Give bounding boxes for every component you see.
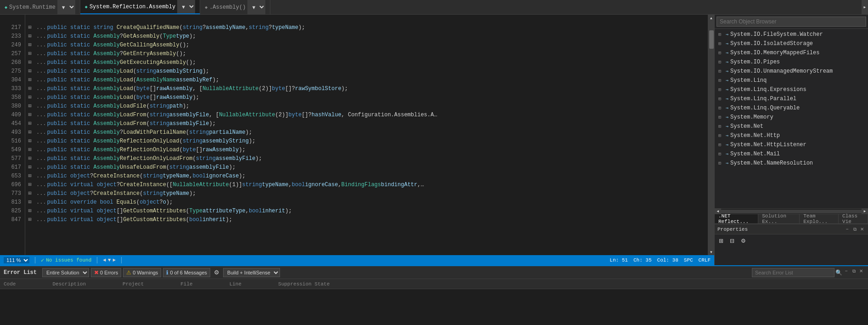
tab-class-view[interactable]: Class Vie (839, 214, 868, 223)
scroll-up-btn[interactable]: ▲ (708, 15, 715, 21)
properties-toolbar: ⊞ ⊟ ⚙ (715, 234, 868, 247)
expand-btn-5[interactable]: ⊞ (25, 58, 34, 67)
tree-item-pipes[interactable]: ⊞ ⇒ System.IO.Pipes (715, 57, 868, 67)
expand-btn-22[interactable]: ⊞ (25, 207, 34, 216)
expand-btn-13[interactable]: ⊞ (25, 128, 34, 137)
expand-btn-0 (25, 15, 34, 23)
tree-item-net-http-listener[interactable]: ⊞ ⇒ System.Net.HttpListener (715, 140, 868, 149)
build-filter-select[interactable]: Build + IntelliSense (223, 268, 280, 277)
expand-btn-21[interactable]: ⊞ (25, 198, 34, 207)
expand-btn-7[interactable]: ⊞ (25, 76, 34, 85)
line-number: Ln: 51 (610, 257, 628, 263)
expand-btn-4[interactable]: ⊞ (25, 50, 34, 58)
tab-team-explo[interactable]: Team Explo... (800, 214, 839, 223)
error-minimize-btn[interactable]: − (843, 268, 850, 274)
tree-item-linq-queryable[interactable]: ⊞ ⇒ System.Linq.Queryable (715, 103, 868, 113)
solution-filter-select[interactable]: Entire Solution (42, 268, 89, 277)
arrow-icon: ⇒ (726, 142, 728, 148)
messages-btn[interactable]: ℹ 0 of 6 Messages (163, 268, 210, 277)
expand-btn-14[interactable]: ⊞ (25, 137, 34, 146)
tab-method[interactable]: ◆ .Assembly() ▼ (200, 0, 270, 14)
expand-btn-6[interactable]: ⊞ (25, 67, 34, 76)
main-area: 217 233 249 257 268 275 304 333 358 380 … (0, 15, 868, 265)
scroll-down-btn[interactable]: ▼ (708, 249, 715, 255)
nav-right-icon[interactable]: ► (112, 257, 116, 263)
tree-item-net-http[interactable]: ⊞ ⇒ System.Net.Http (715, 131, 868, 140)
tree-item-filesystem-watcher[interactable]: ⊞ ⇒ System.IO.FileSystem.Watcher (715, 30, 868, 39)
line-numbers: 217 233 249 257 268 275 304 333 358 380 … (0, 15, 25, 255)
error-float-btn[interactable]: ⧉ (851, 268, 857, 274)
vertical-scrollbar[interactable]: ▲ ▼ (708, 15, 714, 255)
filter-btn[interactable]: ⚙ (212, 268, 221, 277)
tree-item-net[interactable]: ⊞ ⇒ System.Net (715, 122, 868, 131)
expand-btn-11[interactable]: ⊞ (25, 111, 34, 120)
code-editor[interactable]: ...public static string CreateQualifiedN… (34, 15, 708, 255)
expand-btn-19[interactable]: ⊞ (25, 181, 34, 189)
tab-assembly[interactable]: ◆ System.Reflection.Assembly ▼ (80, 0, 200, 14)
runtime-tab-dropdown[interactable]: ▼ (57, 0, 75, 14)
warnings-btn[interactable]: ⚠ 0 Warnings (123, 268, 161, 277)
method-tab-dropdown[interactable]: ▼ (247, 0, 265, 14)
hscroll-track[interactable] (721, 210, 862, 213)
expand-icon: ⊞ (718, 151, 724, 157)
nav-arrows[interactable]: ◄ ▼ ► (103, 257, 116, 263)
runtime-icon: ◆ (5, 5, 7, 10)
tree-item-memory[interactable]: ⊞ ⇒ System.Memory (715, 113, 868, 122)
prop-alpha-btn[interactable]: ⊟ (728, 236, 737, 245)
tree-item-linq-parallel[interactable]: ⊞ ⇒ System.Linq.Parallel (715, 94, 868, 103)
code-container: 217 233 249 257 268 275 304 333 358 380 … (0, 15, 714, 255)
error-search-btn[interactable]: 🔍 (835, 268, 842, 277)
expand-btn-18[interactable]: ⊞ (25, 172, 34, 181)
error-close-btn[interactable]: ✕ (858, 268, 864, 274)
warnings-label: 0 Warnings (133, 270, 158, 275)
nav-down-icon[interactable]: ▼ (108, 257, 111, 263)
tree-item-isolated-storage[interactable]: ⊞ ⇒ System.IO.IsolatedStorage (715, 39, 868, 48)
expand-icon: ⊞ (718, 68, 724, 74)
scroll-right-icon: ▶ (864, 5, 866, 9)
tree-item-memorymappedfiles[interactable]: ⊞ ⇒ System.IO.MemoryMappedFiles (715, 48, 868, 57)
scroll-track[interactable] (708, 21, 714, 249)
tab-assembly-label: System.Reflection.Assembly (90, 4, 175, 10)
info-icon: ℹ (166, 269, 168, 276)
tree-item-unmanagedmemorystream[interactable]: ⊞ ⇒ System.IO.UnmanagedMemoryStream (715, 67, 868, 76)
errors-btn[interactable]: ✖ 0 Errors (91, 268, 121, 277)
nav-left-icon[interactable]: ◄ (103, 257, 106, 263)
tree-label: System.Net (730, 123, 763, 130)
hscroll-right-icon: ► (864, 209, 866, 213)
tree-item-linq-expressions[interactable]: ⊞ ⇒ System.Linq.Expressions (715, 85, 868, 94)
expand-btn-2[interactable]: ⊞ (25, 32, 34, 41)
properties-minimize-btn[interactable]: − (844, 226, 851, 233)
tab-solution-ex[interactable]: Solution Ex... (758, 214, 800, 223)
scroll-right-btn[interactable]: ▶ (862, 0, 868, 14)
expand-btn-8[interactable]: ⊞ (25, 85, 34, 93)
horizontal-scrollbar[interactable]: ◄ ► (715, 208, 868, 214)
tree-item-net-nameresolution[interactable]: ⊞ ⇒ System.Net.NameResolution (715, 159, 868, 168)
scroll-thumb[interactable] (709, 30, 714, 49)
assembly-tab-dropdown[interactable]: ▼ (177, 0, 195, 13)
tree-item-linq[interactable]: ⊞ ⇒ System.Linq (715, 76, 868, 85)
expand-btn-1[interactable]: ⊞ (25, 23, 34, 32)
code-line-549: ...public static Assembly ReflectionOnly… (36, 146, 708, 154)
error-list-search[interactable] (752, 268, 834, 277)
expand-btn-15[interactable]: ⊞ (25, 146, 34, 154)
tree-item-net-mail[interactable]: ⊞ ⇒ System.Net.Mail (715, 149, 868, 159)
expand-btn-12[interactable]: ⊞ (25, 120, 34, 128)
expand-btn-16[interactable]: ⊞ (25, 154, 34, 163)
messages-label: 0 of 6 Messages (170, 270, 207, 275)
expand-btn-20[interactable]: ⊞ (25, 189, 34, 198)
tab-runtime[interactable]: ◆ System.Runtime ▼ (0, 0, 80, 14)
expand-icon: ⊞ (718, 32, 724, 37)
object-browser-search[interactable] (717, 17, 866, 27)
expand-btn-3[interactable]: ⊞ (25, 41, 34, 50)
properties-float-btn[interactable]: ⧉ (851, 226, 858, 233)
expand-btn-9[interactable]: ⊞ (25, 93, 34, 102)
zoom-select[interactable]: 111 % (4, 257, 29, 263)
expand-btn-17[interactable]: ⊞ (25, 163, 34, 172)
tab-net-reflect[interactable]: .NET Reflect... (715, 214, 758, 223)
expand-btn-23[interactable]: ⊞ (25, 216, 34, 224)
prop-categorize-btn[interactable]: ⊞ (717, 236, 726, 245)
expand-btn-10[interactable]: ⊞ (25, 102, 34, 111)
object-browser-tree[interactable]: ⊞ ⇒ System.IO.FileSystem.Watcher ⊞ ⇒ Sys… (715, 29, 868, 208)
properties-close-btn[interactable]: ✕ (859, 226, 865, 233)
prop-settings-btn[interactable]: ⚙ (739, 236, 748, 245)
